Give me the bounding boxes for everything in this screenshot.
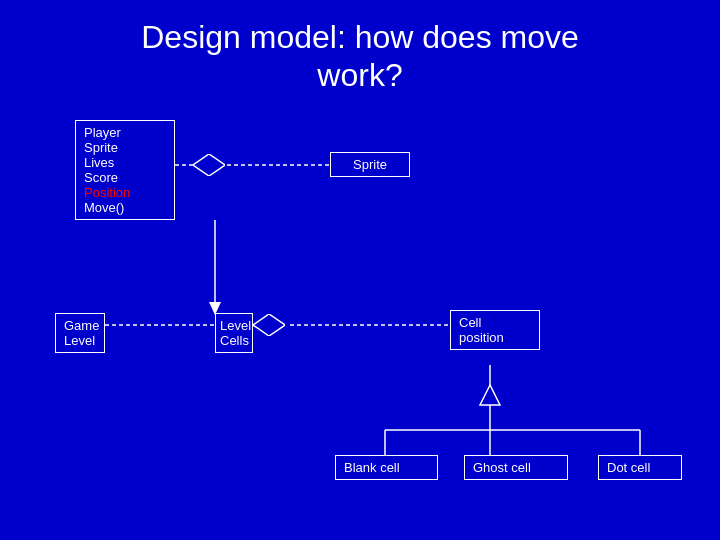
player-line-sprite: Sprite <box>84 140 166 155</box>
blank-cell-label: Blank cell <box>344 460 400 475</box>
player-line-player: Player <box>84 125 166 140</box>
dot-cell-label: Dot cell <box>607 460 650 475</box>
blank-cell-box: Blank cell <box>335 455 438 480</box>
diamond-level-cells <box>253 314 285 336</box>
title-line2: work? <box>317 57 402 93</box>
svg-marker-14 <box>253 314 285 336</box>
level-cells-line2: Cells <box>220 333 248 348</box>
cell-position-line2: position <box>459 330 531 345</box>
ghost-cell-box: Ghost cell <box>464 455 568 480</box>
cell-position-line1: Cell <box>459 315 531 330</box>
game-level-box: Game Level <box>55 313 105 353</box>
game-level-line1: Game <box>64 318 96 333</box>
player-box: Player Sprite Lives Score Position Move(… <box>75 120 175 220</box>
svg-marker-12 <box>480 385 500 405</box>
diamond-player-sprite <box>193 154 225 176</box>
level-cells-box: Level Cells <box>215 313 253 353</box>
ghost-cell-label: Ghost cell <box>473 460 531 475</box>
player-line-move: Move() <box>84 200 166 215</box>
cell-position-box: Cell position <box>450 310 540 350</box>
dot-cell-box: Dot cell <box>598 455 682 480</box>
sprite-label: Sprite <box>353 157 387 172</box>
game-level-line2: Level <box>64 333 96 348</box>
player-line-position: Position <box>84 185 166 200</box>
title: Design model: how does move work? <box>0 0 720 95</box>
player-line-lives: Lives <box>84 155 166 170</box>
player-line-score: Score <box>84 170 166 185</box>
title-line1: Design model: how does move <box>141 19 579 55</box>
level-cells-line1: Level <box>220 318 248 333</box>
sprite-box: Sprite <box>330 152 410 177</box>
svg-marker-13 <box>193 154 225 176</box>
